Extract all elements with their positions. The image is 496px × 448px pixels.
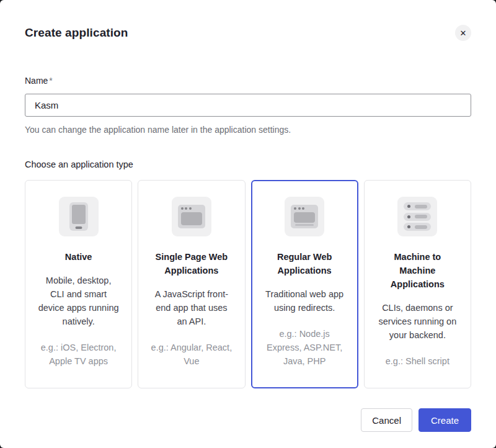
card-title: Single Page Web Applications [152,250,231,277]
card-title: Machine to Machine Applications [378,250,457,291]
card-description: Mobile, desktop, CLI and smart device ap… [38,274,120,328]
card-single-page-web-applications[interactable]: Single Page Web Applications A JavaScrip… [138,180,245,388]
name-field-label: Name* [25,76,471,86]
application-name-input[interactable] [25,94,471,117]
card-title: Regular Web Applications [265,250,344,277]
mobile-phone-icon [59,197,99,236]
name-field-block: Name* You can change the application nam… [25,76,471,135]
application-type-label: Choose an application type [25,159,471,169]
card-description: Traditional web app using redirects. [264,287,345,315]
required-marker: * [49,76,52,86]
application-type-section: Choose an application type Native Mobile… [25,159,471,388]
cancel-button[interactable]: Cancel [361,408,412,432]
card-title: Native [65,250,92,264]
dialog-header: Create application ✕ [25,25,471,41]
card-native[interactable]: Native Mobile, desktop, CLI and smart de… [25,180,132,388]
dialog-footer: Cancel Create [25,408,471,432]
card-example: e.g.: iOS, Electron, Apple TV apps [37,341,120,368]
card-description: A JavaScript front-end app that uses an … [151,287,232,328]
card-example: e.g.: Node.js Express, ASP.NET, Java, PH… [263,327,347,368]
server-stack-icon [397,197,437,236]
dialog-title: Create application [25,25,128,40]
browser-window-icon [285,197,324,236]
card-machine-to-machine-applications[interactable]: Machine to Machine Applications CLIs, da… [364,180,471,388]
close-button[interactable]: ✕ [455,25,471,41]
card-regular-web-applications[interactable]: Regular Web Applications Traditional web… [251,180,358,388]
close-icon: ✕ [460,29,467,37]
name-helper-text: You can change the application name late… [25,125,471,135]
browser-window-icon [172,197,211,236]
card-example: e.g.: Angular, React, Vue [149,341,233,368]
card-example: e.g.: Shell script [386,354,450,368]
application-type-cards: Native Mobile, desktop, CLI and smart de… [25,180,471,388]
create-application-dialog: Create application ✕ Name* You can chang… [0,0,496,448]
create-button[interactable]: Create [418,408,471,432]
card-description: CLIs, daemons or services running on you… [376,301,458,342]
